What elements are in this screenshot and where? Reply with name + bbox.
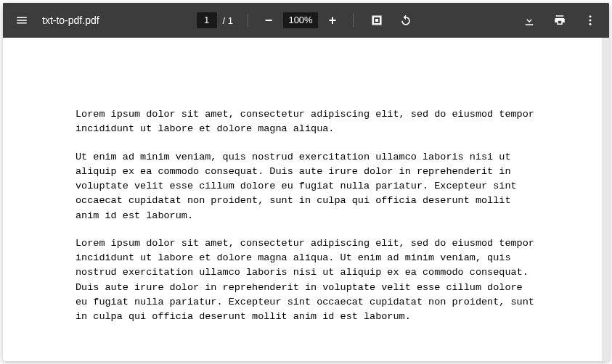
svg-rect-0	[376, 20, 378, 22]
paragraph: Lorem ipsum dolor sit amet, consectetur …	[76, 236, 536, 325]
more-button[interactable]	[577, 7, 603, 33]
hamburger-icon	[15, 14, 28, 27]
toolbar: txt-to-pdf.pdf 1 / 1 − 100% +	[3, 3, 609, 38]
download-icon	[523, 14, 536, 27]
file-title: txt-to-pdf.pdf	[42, 15, 99, 26]
print-button[interactable]	[547, 7, 573, 33]
fit-page-button[interactable]	[364, 7, 390, 33]
menu-button[interactable]	[9, 7, 35, 33]
more-vert-icon	[584, 14, 597, 27]
scrollbar[interactable]	[602, 38, 609, 361]
zoom-out-button[interactable]: −	[258, 10, 279, 30]
paragraph: Lorem ipsum dolor sit amet, consectetur …	[76, 107, 536, 137]
rotate-icon	[399, 13, 413, 28]
svg-point-3	[589, 23, 592, 25]
svg-point-2	[589, 20, 592, 22]
rotate-button[interactable]	[393, 7, 419, 33]
center-controls: 1 / 1 − 100% +	[197, 7, 419, 33]
zoom-level[interactable]: 100%	[283, 12, 318, 28]
paragraph: Ut enim ad minim veniam, quis nostrud ex…	[76, 150, 536, 223]
document-viewport[interactable]: Lorem ipsum dolor sit amet, consectetur …	[3, 38, 609, 361]
separator	[248, 14, 248, 27]
fit-page-icon	[370, 14, 383, 27]
page: Lorem ipsum dolor sit amet, consectetur …	[3, 38, 609, 361]
download-button[interactable]	[516, 7, 542, 33]
print-icon	[553, 14, 566, 27]
pdf-viewer: txt-to-pdf.pdf 1 / 1 − 100% +	[3, 3, 609, 361]
separator	[353, 14, 354, 27]
page-number-input[interactable]: 1	[197, 12, 217, 28]
page-total: / 1	[223, 15, 233, 26]
zoom-in-button[interactable]: +	[322, 10, 343, 30]
svg-point-1	[589, 15, 592, 17]
right-controls	[516, 7, 603, 33]
